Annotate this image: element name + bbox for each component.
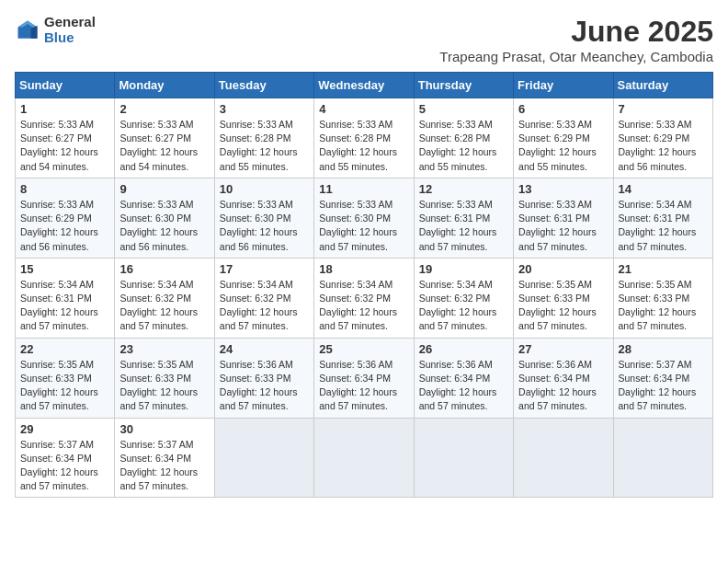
location-title: Trapeang Prasat, Otar Meanchey, Cambodia [439, 49, 713, 64]
col-tuesday: Tuesday [214, 73, 313, 98]
day-info: Sunrise: 5:33 AMSunset: 6:29 PMDaylight:… [20, 199, 98, 252]
title-area: June 2025 Trapeang Prasat, Otar Meanchey… [439, 15, 713, 64]
table-row: 17Sunrise: 5:34 AMSunset: 6:32 PMDayligh… [214, 258, 313, 338]
day-number: 15 [20, 262, 109, 276]
calendar-week-row: 1Sunrise: 5:33 AMSunset: 6:27 PMDaylight… [16, 98, 713, 178]
day-number: 24 [220, 342, 309, 356]
table-row: 8Sunrise: 5:33 AMSunset: 6:29 PMDaylight… [16, 178, 115, 258]
table-row: 22Sunrise: 5:35 AMSunset: 6:33 PMDayligh… [16, 338, 115, 418]
table-row: 20Sunrise: 5:35 AMSunset: 6:33 PMDayligh… [514, 258, 613, 338]
day-number: 2 [119, 102, 209, 116]
day-number: 9 [119, 182, 209, 196]
table-row: 4Sunrise: 5:33 AMSunset: 6:28 PMDaylight… [314, 98, 414, 178]
day-info: Sunrise: 5:33 AMSunset: 6:31 PMDaylight:… [518, 199, 597, 252]
day-number: 10 [220, 182, 309, 196]
day-number: 28 [619, 342, 708, 356]
day-number: 23 [119, 342, 209, 356]
calendar-week-row: 22Sunrise: 5:35 AMSunset: 6:33 PMDayligh… [16, 338, 713, 418]
col-saturday: Saturday [613, 73, 712, 98]
table-row: 18Sunrise: 5:34 AMSunset: 6:32 PMDayligh… [314, 258, 414, 338]
table-row [314, 418, 414, 498]
table-row: 16Sunrise: 5:34 AMSunset: 6:32 PMDayligh… [115, 258, 214, 338]
day-info: Sunrise: 5:33 AMSunset: 6:30 PMDaylight:… [319, 199, 397, 252]
day-info: Sunrise: 5:37 AMSunset: 6:34 PMDaylight:… [20, 439, 98, 492]
table-row: 3Sunrise: 5:33 AMSunset: 6:28 PMDaylight… [214, 98, 313, 178]
day-info: Sunrise: 5:35 AMSunset: 6:33 PMDaylight:… [119, 359, 198, 412]
col-sunday: Sunday [16, 73, 115, 98]
day-info: Sunrise: 5:34 AMSunset: 6:32 PMDaylight:… [220, 279, 298, 332]
day-info: Sunrise: 5:36 AMSunset: 6:34 PMDaylight:… [319, 359, 397, 412]
day-number: 13 [518, 182, 608, 196]
day-number: 6 [518, 102, 608, 116]
day-number: 11 [319, 182, 408, 196]
day-info: Sunrise: 5:33 AMSunset: 6:28 PMDaylight:… [419, 119, 497, 172]
day-info: Sunrise: 5:33 AMSunset: 6:29 PMDaylight:… [518, 119, 597, 172]
day-info: Sunrise: 5:33 AMSunset: 6:29 PMDaylight:… [619, 119, 697, 172]
day-info: Sunrise: 5:34 AMSunset: 6:32 PMDaylight:… [319, 279, 397, 332]
day-number: 1 [20, 102, 109, 116]
day-info: Sunrise: 5:36 AMSunset: 6:34 PMDaylight:… [518, 359, 597, 412]
calendar-table: Sunday Monday Tuesday Wednesday Thursday… [15, 72, 713, 498]
day-number: 21 [619, 262, 708, 276]
table-row: 21Sunrise: 5:35 AMSunset: 6:33 PMDayligh… [613, 258, 712, 338]
day-number: 5 [419, 102, 508, 116]
day-number: 18 [319, 262, 408, 276]
logo-text: General Blue [44, 15, 96, 45]
day-info: Sunrise: 5:33 AMSunset: 6:27 PMDaylight:… [119, 119, 198, 172]
table-row: 9Sunrise: 5:33 AMSunset: 6:30 PMDaylight… [115, 178, 214, 258]
day-number: 14 [619, 182, 708, 196]
day-number: 12 [419, 182, 508, 196]
table-row: 2Sunrise: 5:33 AMSunset: 6:27 PMDaylight… [115, 98, 214, 178]
table-row: 29Sunrise: 5:37 AMSunset: 6:34 PMDayligh… [16, 418, 115, 498]
day-number: 8 [20, 182, 109, 196]
day-number: 29 [20, 422, 109, 436]
day-info: Sunrise: 5:33 AMSunset: 6:30 PMDaylight:… [220, 199, 298, 252]
day-info: Sunrise: 5:34 AMSunset: 6:31 PMDaylight:… [619, 199, 697, 252]
table-row: 6Sunrise: 5:33 AMSunset: 6:29 PMDaylight… [514, 98, 613, 178]
day-info: Sunrise: 5:33 AMSunset: 6:28 PMDaylight:… [220, 119, 298, 172]
table-row: 30Sunrise: 5:37 AMSunset: 6:34 PMDayligh… [115, 418, 214, 498]
table-row: 12Sunrise: 5:33 AMSunset: 6:31 PMDayligh… [414, 178, 513, 258]
table-row: 24Sunrise: 5:36 AMSunset: 6:33 PMDayligh… [214, 338, 313, 418]
table-row: 10Sunrise: 5:33 AMSunset: 6:30 PMDayligh… [214, 178, 313, 258]
day-number: 20 [518, 262, 608, 276]
day-info: Sunrise: 5:34 AMSunset: 6:32 PMDaylight:… [419, 279, 497, 332]
day-info: Sunrise: 5:33 AMSunset: 6:31 PMDaylight:… [419, 199, 497, 252]
table-row: 15Sunrise: 5:34 AMSunset: 6:31 PMDayligh… [16, 258, 115, 338]
day-number: 26 [419, 342, 508, 356]
day-info: Sunrise: 5:33 AMSunset: 6:28 PMDaylight:… [319, 119, 397, 172]
logo-general: General [44, 15, 96, 30]
table-row: 26Sunrise: 5:36 AMSunset: 6:34 PMDayligh… [414, 338, 513, 418]
day-info: Sunrise: 5:37 AMSunset: 6:34 PMDaylight:… [119, 439, 198, 492]
table-row: 7Sunrise: 5:33 AMSunset: 6:29 PMDaylight… [613, 98, 712, 178]
logo: General Blue [15, 15, 96, 45]
table-row: 11Sunrise: 5:33 AMSunset: 6:30 PMDayligh… [314, 178, 414, 258]
table-row: 14Sunrise: 5:34 AMSunset: 6:31 PMDayligh… [613, 178, 712, 258]
day-number: 19 [419, 262, 508, 276]
month-title: June 2025 [439, 15, 713, 49]
col-friday: Friday [514, 73, 613, 98]
table-row: 13Sunrise: 5:33 AMSunset: 6:31 PMDayligh… [514, 178, 613, 258]
day-info: Sunrise: 5:34 AMSunset: 6:32 PMDaylight:… [119, 279, 198, 332]
day-number: 17 [220, 262, 309, 276]
table-row: 23Sunrise: 5:35 AMSunset: 6:33 PMDayligh… [115, 338, 214, 418]
day-number: 27 [518, 342, 608, 356]
day-number: 4 [319, 102, 408, 116]
table-row [514, 418, 613, 498]
day-info: Sunrise: 5:34 AMSunset: 6:31 PMDaylight:… [20, 279, 98, 332]
day-number: 16 [119, 262, 209, 276]
day-info: Sunrise: 5:36 AMSunset: 6:33 PMDaylight:… [220, 359, 298, 412]
logo-icon [15, 17, 40, 43]
day-info: Sunrise: 5:33 AMSunset: 6:27 PMDaylight:… [20, 119, 98, 172]
day-number: 30 [119, 422, 209, 436]
day-number: 22 [20, 342, 109, 356]
calendar-week-row: 8Sunrise: 5:33 AMSunset: 6:29 PMDaylight… [16, 178, 713, 258]
logo-blue: Blue [44, 30, 96, 46]
day-info: Sunrise: 5:33 AMSunset: 6:30 PMDaylight:… [119, 199, 198, 252]
table-row: 27Sunrise: 5:36 AMSunset: 6:34 PMDayligh… [514, 338, 613, 418]
day-number: 3 [220, 102, 309, 116]
table-row [214, 418, 313, 498]
table-row [613, 418, 712, 498]
table-row: 5Sunrise: 5:33 AMSunset: 6:28 PMDaylight… [414, 98, 513, 178]
table-row: 25Sunrise: 5:36 AMSunset: 6:34 PMDayligh… [314, 338, 414, 418]
